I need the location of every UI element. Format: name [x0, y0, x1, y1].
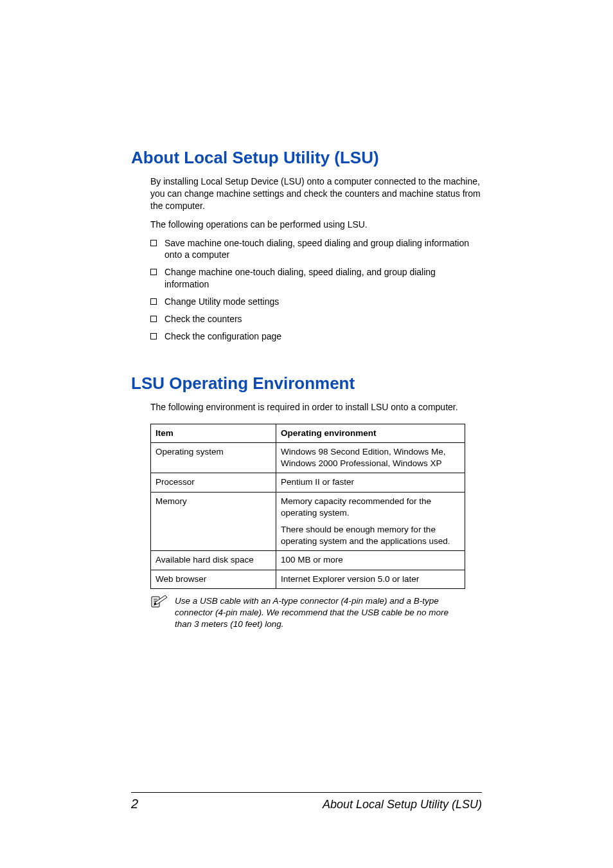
table-row: Web browser Internet Explorer version 5.…	[151, 570, 465, 588]
footer-title: About Local Setup Utility (LSU)	[323, 798, 482, 811]
list-item-text: Change machine one-touch dialing, speed …	[164, 267, 436, 289]
list-item-text: Check the counters	[164, 314, 242, 324]
note-icon	[150, 595, 168, 610]
table-row: Processor Pentium II or faster	[151, 473, 465, 492]
table-row: Memory Memory capacity recommended for t…	[151, 492, 465, 551]
table-header-env: Operating environment	[276, 424, 465, 442]
table-header-row: Item Operating environment	[151, 424, 465, 442]
table-cell-env: Pentium II or faster	[276, 473, 465, 492]
list-item: Save machine one-touch dialing, speed di…	[150, 237, 482, 262]
table-operating-environment: Item Operating environment Operating sys…	[150, 424, 465, 589]
list-item: Check the counters	[150, 313, 482, 325]
heading-lsu-env: LSU Operating Environment	[131, 374, 482, 393]
footer-divider	[131, 792, 482, 793]
table-cell-env: 100 MB or more	[276, 551, 465, 570]
square-bullet-icon	[150, 240, 157, 246]
page-number: 2	[131, 797, 138, 811]
note-block: Use a USB cable with an A-type connector…	[150, 595, 482, 631]
table-cell-text: Memory capacity recommended for the oper…	[281, 496, 460, 519]
page-footer: 2 About Local Setup Utility (LSU)	[131, 792, 482, 811]
note-text: Use a USB cable with an A-type connector…	[175, 595, 464, 631]
square-bullet-icon	[150, 333, 157, 339]
list-item-text: Change Utility mode settings	[164, 296, 279, 307]
table-cell-item: Available hard disk space	[151, 551, 276, 570]
table-cell-item: Memory	[151, 492, 276, 551]
list-item: Change machine one-touch dialing, speed …	[150, 266, 482, 291]
table-cell-item: Processor	[151, 473, 276, 492]
table-cell-item: Web browser	[151, 570, 276, 588]
square-bullet-icon	[150, 316, 157, 322]
paragraph-env-intro: The following environment is required in…	[150, 401, 482, 413]
table-cell-env: Memory capacity recommended for the oper…	[276, 492, 465, 551]
table-cell-item: Operating system	[151, 442, 276, 473]
list-item-text: Save machine one-touch dialing, speed di…	[164, 238, 469, 260]
list-item: Check the configuration page	[150, 330, 482, 343]
bullet-list-operations: Save machine one-touch dialing, speed di…	[150, 237, 482, 343]
table-header-item: Item	[151, 424, 276, 442]
table-row: Operating system Windows 98 Second Editi…	[151, 442, 465, 473]
table-row: Available hard disk space 100 MB or more	[151, 551, 465, 570]
page-container: About Local Setup Utility (LSU) By insta…	[0, 0, 613, 868]
list-item-text: Check the configuration page	[164, 331, 281, 341]
table-cell-env: Internet Explorer version 5.0 or later	[276, 570, 465, 588]
heading-about-lsu: About Local Setup Utility (LSU)	[131, 148, 482, 168]
paragraph-intro: By installing Local Setup Device (LSU) o…	[150, 176, 482, 212]
table-cell-text: There should be enough memory for the op…	[281, 524, 460, 547]
square-bullet-icon	[150, 298, 157, 305]
table-cell-env: Windows 98 Second Edition, Windows Me, W…	[276, 442, 465, 473]
list-item: Change Utility mode settings	[150, 296, 482, 308]
square-bullet-icon	[150, 269, 157, 275]
paragraph-lead: The following operations can be performe…	[150, 219, 482, 231]
